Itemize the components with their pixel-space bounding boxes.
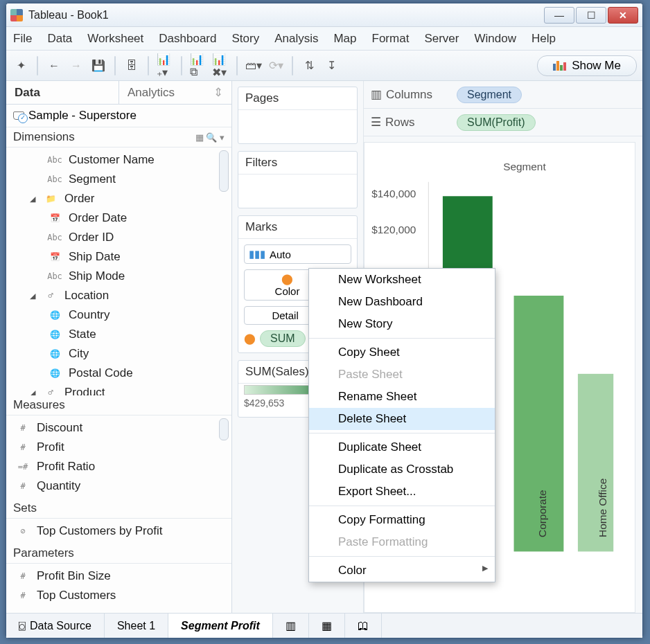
pages-card[interactable]: Pages xyxy=(238,87,358,144)
story-icon: 🕮 xyxy=(358,620,369,632)
measures-header: Measures xyxy=(6,395,231,415)
dim-order-id[interactable]: AbcOrder ID xyxy=(6,228,231,247)
dimensions-scrollbar[interactable] xyxy=(219,150,229,192)
columns-icon: ▥ xyxy=(371,87,382,102)
menu-file[interactable]: File xyxy=(13,32,32,46)
datasource-item[interactable]: Sample - Superstore xyxy=(6,105,231,127)
sheet-context-menu: New Worksheet New Dashboard New Story Co… xyxy=(308,268,495,582)
tab-data-source[interactable]: ⌼Data Source xyxy=(6,614,105,638)
ctx-delete-sheet[interactable]: Delete Sheet xyxy=(309,408,495,430)
mark-type-select[interactable]: ▮▮▮ Auto xyxy=(244,244,351,264)
ctx-new-dashboard[interactable]: New Dashboard xyxy=(309,291,495,313)
menu-format[interactable]: Format xyxy=(372,32,410,46)
dim-ship-date[interactable]: 📅Ship Date xyxy=(6,247,231,267)
tab-data[interactable]: Data xyxy=(6,81,119,104)
measures-scrollbar[interactable] xyxy=(219,418,229,440)
ctx-export-sheet[interactable]: Export Sheet... xyxy=(309,481,495,503)
dimensions-tools[interactable]: ▦ 🔍 ▾ xyxy=(195,132,225,143)
mark-pill-sum[interactable]: SUM xyxy=(260,330,306,347)
ctx-copy-sheet[interactable]: Copy Sheet xyxy=(309,341,495,364)
set-top-customers[interactable]: ⊘Top Customers by Profit xyxy=(6,521,231,541)
tab-sheet-1[interactable]: Sheet 1 xyxy=(105,614,168,638)
dim-state[interactable]: 🌐State xyxy=(6,325,231,344)
cylinder-icon: ⌼ xyxy=(19,620,26,632)
menu-worksheet[interactable]: Worksheet xyxy=(87,32,143,46)
ctx-rename-sheet[interactable]: Rename Sheet xyxy=(309,386,495,408)
params-header: Parameters xyxy=(6,544,231,564)
menu-window[interactable]: Window xyxy=(474,32,516,46)
dim-ship-mode[interactable]: AbcShip Mode xyxy=(6,267,231,286)
ctx-color-submenu[interactable]: Color xyxy=(309,560,495,582)
color-icon: ⬤ xyxy=(244,332,256,345)
bars-icon xyxy=(553,61,566,71)
ctx-duplicate-sheet[interactable]: Duplicate Sheet xyxy=(309,436,495,458)
dim-country[interactable]: 🌐Country xyxy=(6,305,231,325)
connect-icon[interactable]: 🗃▾ xyxy=(245,57,263,75)
refresh-icon[interactable]: ⟳▾ xyxy=(267,57,285,75)
menu-data[interactable]: Data xyxy=(47,32,72,46)
menu-story[interactable]: Story xyxy=(231,32,259,46)
sheet-tabs: ⌼Data Source Sheet 1 Segment Profit ▥ ▦ … xyxy=(6,613,642,638)
ctx-paste-formatting: Paste Formatting xyxy=(309,531,495,553)
dim-customer-name[interactable]: AbcCustomer Name xyxy=(6,150,231,170)
swap-icon[interactable]: ⇅ xyxy=(300,57,318,75)
y-tick-140k: $140,000 xyxy=(371,188,416,199)
menu-help[interactable]: Help xyxy=(532,32,556,46)
save-icon[interactable]: 💾 xyxy=(89,57,107,75)
new-worksheet-icon[interactable]: 📊₊▾ xyxy=(156,57,174,75)
dim-order-date[interactable]: 📅Order Date xyxy=(6,208,231,228)
measure-quantity[interactable]: #Quantity xyxy=(6,476,231,496)
y-tick-120k: $120,000 xyxy=(371,224,416,235)
new-story-tab[interactable]: 🕮 xyxy=(345,614,382,638)
ctx-new-story[interactable]: New Story xyxy=(309,313,495,335)
back-icon[interactable]: ← xyxy=(45,57,63,75)
dim-segment[interactable]: AbcSegment xyxy=(6,170,231,189)
param-bin-size[interactable]: #Profit Bin Size xyxy=(6,566,231,586)
param-top-customers[interactable]: #Top Customers xyxy=(6,586,231,605)
ctx-copy-formatting[interactable]: Copy Formatting xyxy=(309,509,495,531)
dim-folder-location[interactable]: ◢♂Location xyxy=(6,286,231,305)
dim-city[interactable]: 🌐City xyxy=(6,344,231,364)
new-worksheet-tab[interactable]: ▥ xyxy=(273,614,309,638)
filters-card[interactable]: Filters xyxy=(238,151,358,208)
dup-sheet-icon[interactable]: 📊⧉ xyxy=(189,57,207,75)
tab-analytics[interactable]: Analytics⇕ xyxy=(119,81,231,104)
forward-icon[interactable]: → xyxy=(67,57,85,75)
menu-analysis[interactable]: Analysis xyxy=(274,32,318,46)
cat-corporate: Corporate xyxy=(536,490,548,537)
measure-discount[interactable]: #Discount xyxy=(6,418,231,438)
menu-map[interactable]: Map xyxy=(333,32,356,46)
dim-folder-order[interactable]: ◢📁Order xyxy=(6,189,231,208)
sort-icon[interactable]: ↧ xyxy=(322,57,340,75)
tab-segment-profit[interactable]: Segment Profit xyxy=(168,614,273,638)
bar-icon: ▮▮▮ xyxy=(249,248,265,260)
columns-shelf-label: ▥Columns xyxy=(371,87,447,102)
titlebar: Tableau - Book1 — ☐ ✕ xyxy=(6,3,642,27)
dimensions-header: Dimensions ▦ 🔍 ▾ xyxy=(6,127,231,147)
rows-icon: ☰ xyxy=(371,115,381,129)
menu-dashboard[interactable]: Dashboard xyxy=(159,32,216,46)
ctx-duplicate-crosstab[interactable]: Duplicate as Crosstab xyxy=(309,458,495,481)
worksheet-icon: ▥ xyxy=(286,619,296,632)
toolbar: ✦ ← → 💾 🗄 📊₊▾ 📊⧉ 📊✖▾ 🗃▾ ⟳▾ ⇅ ↧ Show Me xyxy=(6,51,642,81)
datasource-icon xyxy=(13,111,24,120)
rows-pill-sum-profit[interactable]: SUM(Profit) xyxy=(457,114,536,131)
maximize-button[interactable]: ☐ xyxy=(576,7,606,24)
app-window: Tableau - Book1 — ☐ ✕ File Data Workshee… xyxy=(6,3,643,638)
dim-folder-product[interactable]: ◢♂Product xyxy=(6,383,231,395)
logo-icon[interactable]: ✦ xyxy=(12,57,30,75)
menubar: File Data Worksheet Dashboard Story Anal… xyxy=(6,27,642,51)
close-button[interactable]: ✕ xyxy=(608,7,638,24)
new-dashboard-tab[interactable]: ▦ xyxy=(309,614,345,638)
rows-shelf-label: ☰Rows xyxy=(371,115,447,129)
measure-profit[interactable]: #Profit xyxy=(6,438,231,457)
dim-postal[interactable]: 🌐Postal Code xyxy=(6,364,231,383)
ctx-new-worksheet[interactable]: New Worksheet xyxy=(309,269,495,291)
columns-pill-segment[interactable]: Segment xyxy=(457,87,522,103)
measure-profit-ratio[interactable]: =#Profit Ratio xyxy=(6,457,231,476)
show-me-button[interactable]: Show Me xyxy=(537,55,637,76)
minimize-button[interactable]: — xyxy=(544,7,574,24)
clear-sheet-icon[interactable]: 📊✖▾ xyxy=(211,57,229,75)
menu-server[interactable]: Server xyxy=(424,32,459,46)
datasource-icon[interactable]: 🗄 xyxy=(123,57,141,75)
